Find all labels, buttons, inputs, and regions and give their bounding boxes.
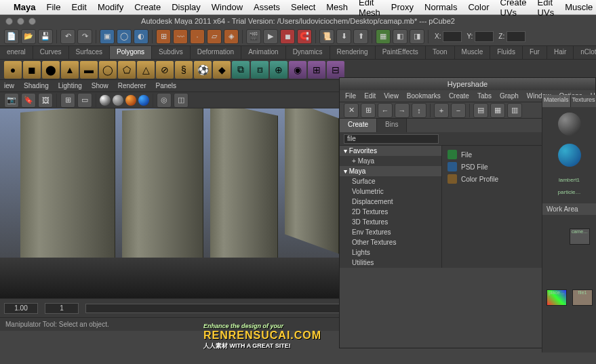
shelf-tab-ncloth[interactable]: nCloth: [574, 46, 596, 59]
menu-color[interactable]: Color: [468, 2, 489, 12]
poly-prism-icon[interactable]: ⬠: [118, 61, 136, 79]
snap-point-button[interactable]: ·: [190, 29, 205, 44]
panel-lighting[interactable]: Lighting: [58, 82, 82, 89]
menu-edit[interactable]: Edit: [71, 2, 86, 12]
hypershade-titlebar[interactable]: Hypershade: [340, 78, 595, 90]
film-gate-button[interactable]: ▭: [77, 93, 92, 108]
menu-create-uvs[interactable]: Create UVs: [500, 0, 527, 18]
shelf-tab-hair[interactable]: Hair: [547, 46, 574, 59]
panel-view[interactable]: iew: [4, 82, 14, 89]
poly-soccer-icon[interactable]: ⚽: [194, 61, 212, 79]
lasso-tool-button[interactable]: ◯: [117, 29, 132, 44]
range-start-input[interactable]: [4, 303, 38, 314]
poly-plane-icon[interactable]: ▬: [80, 61, 98, 79]
reduce-icon[interactable]: ⊟: [327, 61, 344, 79]
rp-tab-textures[interactable]: Textures: [571, 95, 596, 107]
shelf-tab-surfaces[interactable]: Surfaces: [69, 46, 110, 59]
app-name[interactable]: Maya: [14, 2, 36, 12]
grid-toggle-button[interactable]: ⊞: [60, 93, 75, 108]
shelf-tab-general[interactable]: eneral: [0, 46, 33, 59]
tree-lights[interactable]: Lights: [340, 247, 441, 258]
redo-button[interactable]: ↷: [77, 29, 92, 44]
hs-menu-view[interactable]: View: [384, 92, 399, 100]
material-lambert1-icon[interactable]: [558, 113, 581, 136]
shelf-tab-painteffects[interactable]: PaintEffects: [376, 46, 426, 59]
wa-node-file1[interactable]: file1: [572, 289, 593, 306]
shading-smooth-icon[interactable]: [100, 95, 111, 106]
hs-graph-output-button[interactable]: →: [395, 103, 410, 118]
menu-assets[interactable]: Assets: [254, 2, 280, 12]
current-time-input[interactable]: [45, 303, 79, 314]
shelf-tab-toon[interactable]: Toon: [426, 46, 455, 59]
tree-other-textures[interactable]: Other Textures: [340, 237, 441, 247]
shelf-tab-fluids[interactable]: Fluids: [490, 46, 523, 59]
hs-show-top-button[interactable]: ▤: [473, 103, 488, 118]
shelf-tab-rendering[interactable]: Rendering: [330, 46, 376, 59]
menu-proxy[interactable]: Proxy: [391, 2, 414, 12]
shading-wire-icon[interactable]: [125, 95, 136, 106]
hs-rearrange-button[interactable]: ⊞: [361, 103, 376, 118]
panel-shading[interactable]: Shading: [24, 82, 49, 89]
smooth-icon[interactable]: ◉: [289, 61, 306, 79]
undo-button[interactable]: ↶: [60, 29, 75, 44]
snap-grid-button[interactable]: ⊞: [156, 29, 171, 44]
shelf-tab-fur[interactable]: Fur: [523, 46, 547, 59]
wa-node-camera[interactable]: came…: [570, 228, 590, 245]
panel-panels[interactable]: Panels: [155, 82, 176, 89]
tree-2d-textures[interactable]: 2D Textures: [340, 207, 441, 217]
x-input[interactable]: [443, 31, 462, 42]
hs-category-tree[interactable]: ▾ Favorites + Maya ▾ Maya Surface Volume…: [340, 146, 441, 268]
xray-button[interactable]: ◫: [174, 93, 188, 108]
isolate-button[interactable]: ◎: [157, 93, 172, 108]
tree-fav-maya[interactable]: + Maya: [340, 156, 441, 166]
panel-show[interactable]: Show: [92, 82, 108, 89]
shading-tex-icon[interactable]: [138, 95, 149, 106]
tree-maya[interactable]: ▾ Maya: [340, 166, 441, 176]
material-particle-icon[interactable]: [558, 144, 581, 167]
camera-select-button[interactable]: 📷: [4, 93, 19, 108]
hs-graph-input-button[interactable]: ←: [378, 103, 393, 118]
tree-volumetric[interactable]: Volumetric: [340, 186, 441, 197]
poly-sphere-icon[interactable]: ●: [4, 61, 22, 79]
input-button[interactable]: ⬇: [336, 29, 351, 44]
shelf-tab-subdivs[interactable]: Subdivs: [152, 46, 191, 59]
snap-plane-button[interactable]: ▱: [207, 29, 222, 44]
tree-utilities[interactable]: Utilities: [340, 258, 441, 268]
menu-display[interactable]: Display: [172, 2, 201, 12]
magnet-icon[interactable]: 🧲: [297, 29, 312, 44]
menu-file[interactable]: File: [47, 2, 61, 12]
hs-add-button[interactable]: +: [434, 103, 449, 118]
hs-menu-create[interactable]: Create: [449, 92, 469, 100]
shelf-tab-muscle[interactable]: Muscle: [455, 46, 491, 59]
hs-clear-button[interactable]: ✕: [344, 103, 359, 118]
menu-window[interactable]: Window: [212, 2, 243, 12]
work-area[interactable]: came… place… file1: [542, 215, 596, 323]
tree-displacement[interactable]: Displacement: [340, 197, 441, 207]
combine-icon[interactable]: ⧉: [232, 61, 250, 79]
model-view-button[interactable]: ◧: [393, 29, 408, 44]
y-input[interactable]: [475, 31, 494, 42]
hs-graph-updown-button[interactable]: ↕: [412, 103, 426, 118]
subdiv-icon[interactable]: ⊞: [308, 61, 325, 79]
poly-platonic-icon[interactable]: ◆: [213, 61, 231, 79]
extract-icon[interactable]: ⧈: [251, 61, 269, 79]
ipr-render-button[interactable]: ▶: [263, 29, 278, 44]
poly-cube-icon[interactable]: ◼: [23, 61, 41, 79]
layout-button[interactable]: ▦: [376, 29, 391, 44]
poly-pipe-icon[interactable]: ⊘: [156, 61, 174, 79]
image-plane-button[interactable]: 🖼: [38, 93, 53, 108]
hs-remove-button[interactable]: −: [451, 103, 466, 118]
snap-live-button[interactable]: ◈: [224, 29, 239, 44]
shelf-tab-animation[interactable]: Animation: [241, 46, 285, 59]
menu-create[interactable]: Create: [134, 2, 161, 12]
hs-menu-graph[interactable]: Graph: [500, 92, 519, 100]
hs-menu-file[interactable]: File: [345, 92, 356, 100]
hs-show-bottom-button[interactable]: ▦: [490, 103, 505, 118]
poly-cylinder-icon[interactable]: ⬤: [42, 61, 60, 79]
shelf-tab-deformation[interactable]: Deformation: [191, 46, 241, 59]
hs-menu-bookmarks[interactable]: Bookmarks: [407, 92, 441, 100]
open-scene-button[interactable]: 📂: [21, 29, 36, 44]
boolean-icon[interactable]: ⊕: [270, 61, 287, 79]
traffic-min-icon[interactable]: [17, 18, 24, 25]
shelf-tab-curves[interactable]: Curves: [33, 46, 69, 59]
